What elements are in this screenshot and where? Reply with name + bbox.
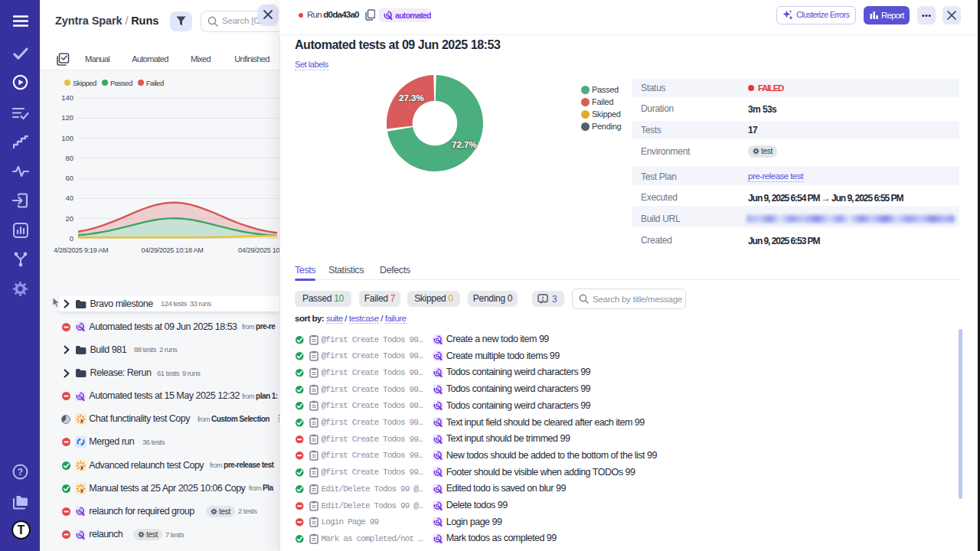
svg-text:?: ? [18,467,23,478]
